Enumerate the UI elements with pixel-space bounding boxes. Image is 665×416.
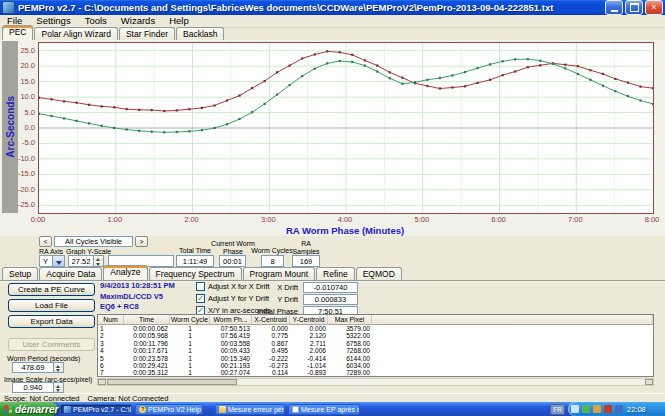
x-tick-label: 6:00 xyxy=(484,215,514,224)
tab-backlash[interactable]: Backlash xyxy=(176,27,225,40)
minimize-button[interactable] xyxy=(605,0,623,15)
adjust-x-for-x-drift-checkbox[interactable] xyxy=(196,282,205,291)
network-icon[interactable] xyxy=(593,405,601,413)
menu-settings[interactable]: Settings xyxy=(29,15,77,27)
table-cell: 5322.00 xyxy=(328,332,372,339)
tab-frequency-spectrum[interactable]: Frequency Spectrum xyxy=(149,267,242,280)
table-cell: 0.867 xyxy=(252,340,290,347)
column-header-num[interactable]: Num xyxy=(98,315,124,325)
adjust-y-for-y-drift-checkbox[interactable]: ✓ xyxy=(196,294,205,303)
table-cell: 6 xyxy=(98,362,124,369)
next-cycle-button[interactable]: > xyxy=(135,236,148,247)
taskbar-item-mesure-erreur-p-riod[interactable]: Mesure erreur périod... xyxy=(215,404,285,415)
spin-down-icon[interactable] xyxy=(54,388,63,393)
menu-wizards[interactable]: Wizards xyxy=(114,15,162,27)
table-cell: 2.006 xyxy=(290,347,328,354)
shield-icon[interactable] xyxy=(582,405,590,413)
start-button-label: démarrer xyxy=(15,404,58,415)
scroll-left-icon[interactable] xyxy=(98,379,106,385)
tab-setup[interactable]: Setup xyxy=(2,267,38,280)
tab-star-finder[interactable]: Star Finder xyxy=(119,27,175,40)
y-tick-label: -10.0 xyxy=(16,154,35,163)
tab-eqmod[interactable]: EQMOD xyxy=(356,267,402,280)
main-tab-strip: PECPolar Align WizardStar FinderBacklash xyxy=(2,27,662,40)
session-info-line: EQ6 + RC8 xyxy=(100,302,139,311)
y-axis-title: Arc-Seconds xyxy=(5,96,16,158)
scroll-right-icon[interactable] xyxy=(645,379,653,385)
app-icon xyxy=(2,1,15,14)
table-row[interactable]: 20:00:05.968107:56.4190.7752.1205322.00 xyxy=(98,332,653,339)
prev-cycle-button[interactable]: < xyxy=(39,236,52,247)
tab-polar-align-wizard[interactable]: Polar Align Wizard xyxy=(34,27,117,40)
column-header-x-centroid[interactable]: X-Centroid xyxy=(252,315,290,325)
y-tick-label: 20.0 xyxy=(16,61,35,70)
table-row[interactable]: 70:00:35.312100:27.0740.114-0.8937289.00 xyxy=(98,369,653,376)
tab-program-mount[interactable]: Program Mount xyxy=(243,267,316,280)
window-icon xyxy=(292,406,299,413)
taskbar-item-label: Mesure EP après nor... xyxy=(301,405,360,414)
export-data-button[interactable]: Export Data xyxy=(8,315,95,328)
tab-pec[interactable]: PEC xyxy=(2,25,33,40)
close-button[interactable]: × xyxy=(645,0,663,15)
table-row[interactable]: 30:00:11.796100:03.5580.8672.7116758.00 xyxy=(98,340,653,347)
windows-flag-icon xyxy=(4,405,12,414)
load-file-button[interactable]: Load File xyxy=(8,299,95,312)
table-row[interactable]: 50:00:23.578100:15.340-0.222-0.4146144.0… xyxy=(98,355,653,362)
plot-area[interactable] xyxy=(38,42,654,214)
table-cell: 00:09.433 xyxy=(210,347,252,354)
table-cell: 00:15.340 xyxy=(210,355,252,362)
language-badge[interactable]: FR xyxy=(550,404,565,415)
tab-acquire-data[interactable]: Acquire Data xyxy=(39,267,102,280)
tab-analyze[interactable]: Analyze xyxy=(103,265,147,280)
volume-icon[interactable] xyxy=(571,405,579,413)
table-cell: 7 xyxy=(98,369,124,376)
table-cell: -0.222 xyxy=(252,355,290,362)
taskbar-clock: 22:08 xyxy=(627,405,646,414)
column-header-max-pixel[interactable]: Max Pixel xyxy=(328,315,372,325)
scheduler-icon[interactable] xyxy=(615,405,623,413)
table-cell: -0.414 xyxy=(290,355,328,362)
column-header-worm-ph[interactable]: Worm Ph... xyxy=(210,315,252,325)
maximize-button[interactable] xyxy=(625,0,643,15)
taskbar-item-label: Mesure erreur périod... xyxy=(228,405,285,414)
start-button[interactable]: démarrer xyxy=(0,402,58,416)
table-cell: 1 xyxy=(170,347,210,354)
column-header-time[interactable]: Time xyxy=(124,315,170,325)
table-row[interactable]: 60:00:29.421100:21.193-0.273-1.0146034.0… xyxy=(98,362,653,369)
table-cell: 07:50.513 xyxy=(210,325,252,332)
ra-samples-label: RA Samples xyxy=(291,240,321,255)
x-tick-label: 4:00 xyxy=(330,215,360,224)
table-horizontal-scrollbar[interactable] xyxy=(97,378,654,386)
menu-tools[interactable]: Tools xyxy=(78,15,114,27)
session-info-line: 9/4/2013 10:28:51 PM xyxy=(100,281,175,290)
table-cell: -0.273 xyxy=(252,362,290,369)
worm-period-stepper[interactable]: 478.69 xyxy=(12,362,64,373)
table-cell: 2 xyxy=(98,332,124,339)
x-tick-label: 0:00 xyxy=(23,215,53,224)
y-tick-label: 15.0 xyxy=(16,77,35,86)
session-info-line: MaximDL/CCD V5 xyxy=(100,292,163,301)
x-tick-label: 5:00 xyxy=(407,215,437,224)
taskbar-item-mesure-ep-apr-s-nor[interactable]: Mesure EP après nor... xyxy=(288,404,360,415)
table-row[interactable]: 10:00:00.062107:50.5130.0000.0003579.00 xyxy=(98,325,653,332)
user-comments-button: User Comments xyxy=(8,338,95,351)
table-cell: 3579.00 xyxy=(328,325,372,332)
table-cell: -0.893 xyxy=(290,369,328,376)
taskbar-item-label: PEMPro V2 Help xyxy=(148,405,201,414)
pe-curve-chart xyxy=(39,43,653,213)
image-scale-stepper[interactable]: 0.940 xyxy=(12,382,64,393)
chevron-down-icon[interactable] xyxy=(52,256,64,266)
taskbar-item-pempro-v2-7-c-doc[interactable]: PEMPro v2.7 - C:\Doc... xyxy=(60,404,132,415)
tab-refine[interactable]: Refine xyxy=(316,267,355,280)
image-scale-value: 0.940 xyxy=(13,383,53,392)
alert-icon[interactable] xyxy=(604,405,612,413)
scrollbar-thumb[interactable] xyxy=(107,379,237,385)
menu-help[interactable]: Help xyxy=(162,15,196,27)
taskbar-item-pempro-v2-help[interactable]: ?PEMPro V2 Help xyxy=(135,404,203,415)
table-row[interactable]: 40:00:17.671100:09.4330.4952.0067268.00 xyxy=(98,347,653,354)
create-a-pe-curve-button[interactable]: Create a PE Curve xyxy=(8,283,95,296)
column-header-worm-cycle[interactable]: Worm Cycle xyxy=(170,315,210,325)
spin-down-icon[interactable] xyxy=(54,368,63,373)
table-cell: 1 xyxy=(170,355,210,362)
column-header-y-centroid[interactable]: Y-Centroid xyxy=(290,315,328,325)
